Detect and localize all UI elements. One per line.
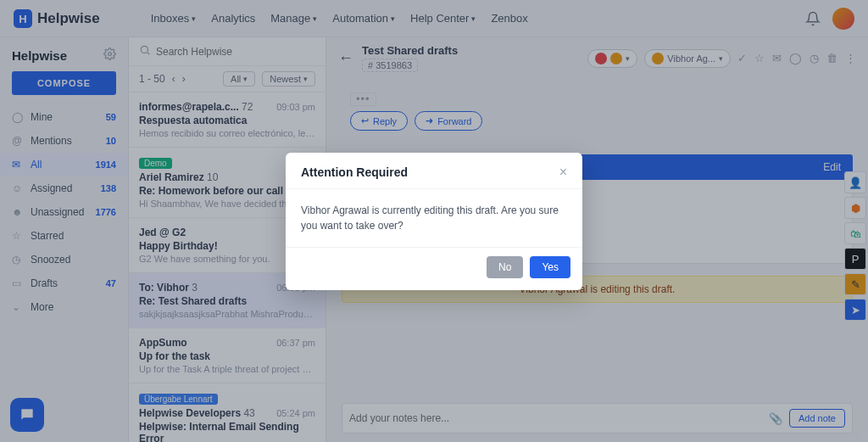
modal-title: Attention Required (301, 165, 408, 179)
modal-yes-button[interactable]: Yes (530, 256, 570, 278)
close-icon[interactable]: × (559, 165, 567, 180)
modal-overlay: Attention Required × Vibhor Agrawal is c… (0, 0, 868, 442)
modal-no-button[interactable]: No (487, 256, 523, 278)
attention-modal: Attention Required × Vibhor Agrawal is c… (286, 153, 582, 290)
modal-body: Vibhor Agrawal is currently editing this… (286, 189, 582, 247)
